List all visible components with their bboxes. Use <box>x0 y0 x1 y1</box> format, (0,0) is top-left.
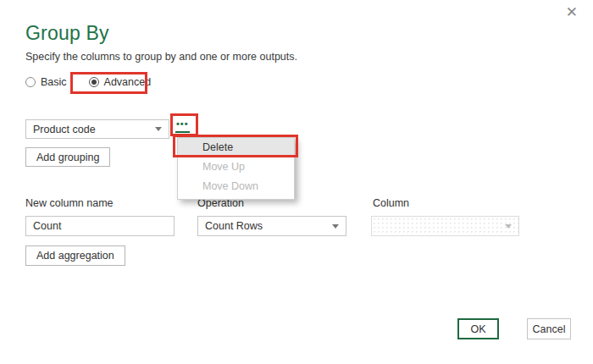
group-column-value: Product code <box>33 124 96 135</box>
chevron-down-icon <box>155 127 162 131</box>
context-menu: Delete Move Up Move Down <box>177 137 295 200</box>
menu-item-move-down[interactable]: Move Down <box>178 177 294 196</box>
group-column-dropdown[interactable]: Product code <box>25 119 169 139</box>
radio-advanced-label: Advanced <box>104 76 152 88</box>
add-grouping-button[interactable]: Add grouping <box>25 147 110 167</box>
add-aggregation-button[interactable]: Add aggregation <box>25 245 125 266</box>
radio-basic-label: Basic <box>41 76 67 88</box>
page-title: Group By <box>25 22 109 45</box>
group-by-dialog: ✕ Group By Specify the columns to group … <box>0 0 593 364</box>
radio-advanced-circle[interactable] <box>89 77 99 87</box>
chevron-down-icon <box>332 224 339 229</box>
mode-radio-group: Basic Advanced <box>25 76 151 88</box>
close-icon[interactable]: ✕ <box>564 3 579 21</box>
menu-item-move-up[interactable]: Move Up <box>178 157 294 177</box>
operation-dropdown[interactable]: Count Rows <box>197 216 346 236</box>
chevron-down-icon <box>505 224 512 229</box>
column-label: Column <box>373 197 409 209</box>
cancel-button[interactable]: Cancel <box>527 318 571 339</box>
new-column-name-label: New column name <box>25 197 114 209</box>
radio-advanced[interactable]: Advanced <box>89 76 152 88</box>
operation-value: Count Rows <box>205 220 263 232</box>
column-dropdown <box>371 216 519 236</box>
radio-basic-circle[interactable] <box>25 77 36 87</box>
ellipsis-menu-button[interactable]: ••• <box>175 118 190 133</box>
ok-button[interactable]: OK <box>457 318 499 339</box>
radio-basic[interactable]: Basic <box>25 76 67 88</box>
menu-item-delete[interactable]: Delete <box>178 138 294 157</box>
dialog-subtitle: Specify the columns to group by and one … <box>25 51 297 63</box>
new-column-name-input[interactable] <box>25 216 175 236</box>
